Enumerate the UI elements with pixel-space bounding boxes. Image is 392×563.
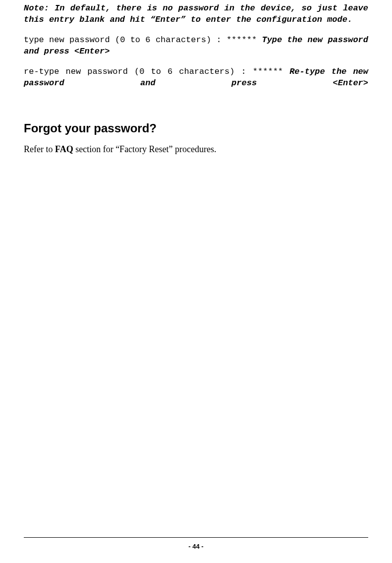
note-paragraph: Note: In default, there is no password i… (24, 3, 368, 26)
type-password-prompt: type new password (0 to 6 characters) : … (24, 35, 262, 45)
note-text: Note: In default, there is no password i… (24, 3, 368, 24)
retype-password-paragraph: re-type new password (0 to 6 characters)… (24, 66, 368, 101)
page-footer: - 44 - (0, 537, 392, 550)
footer-divider (24, 537, 368, 538)
retype-password-prompt: re-type new password (0 to 6 characters)… (24, 67, 289, 76)
faq-suffix: section for “Factory Reset” procedures. (73, 144, 217, 154)
type-password-paragraph: type new password (0 to 6 characters) : … (24, 35, 368, 57)
forgot-password-heading: Forgot your password? (24, 121, 368, 135)
faq-paragraph: Refer to FAQ section for “Factory Reset”… (24, 143, 368, 155)
faq-prefix: Refer to (24, 144, 55, 154)
page-number: - 44 - (0, 543, 392, 550)
faq-bold: FAQ (55, 144, 73, 154)
page-content: Note: In default, there is no password i… (0, 0, 392, 155)
